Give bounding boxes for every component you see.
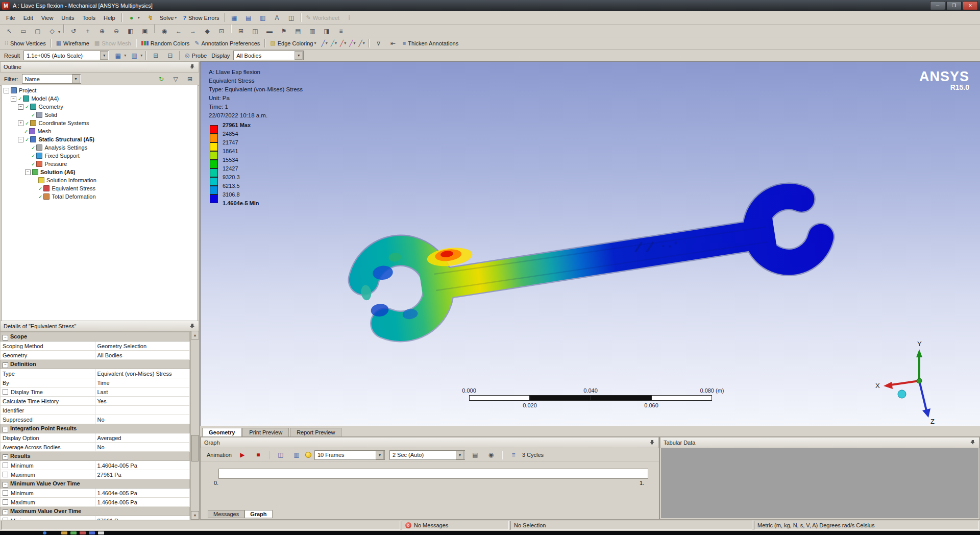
chevron-down-icon[interactable]: ▾ (72, 75, 80, 83)
checkbox[interactable] (3, 472, 8, 477)
pan-view-icon[interactable]: + (81, 26, 94, 37)
viewport[interactable]: Y X Z A: Llave Esp flexionEquivalent Str… (200, 61, 980, 427)
checkbox[interactable] (3, 490, 8, 496)
bottom-tab-messages[interactable]: Messages (208, 510, 244, 518)
details-value-cell[interactable]: Time (95, 378, 190, 387)
close-button[interactable]: ✕ (963, 1, 978, 10)
triad-origin[interactable] (917, 378, 922, 383)
scroll-down-icon[interactable]: ▼ (191, 511, 199, 520)
status-messages-cell[interactable]: 0 No Messages (402, 521, 509, 530)
tree-item-geometry[interactable]: −✓Geometry (2, 103, 198, 111)
expand-toggle-icon[interactable]: − (25, 169, 31, 175)
collapse-icon[interactable]: − (3, 362, 8, 368)
maximize-button[interactable]: ❐ (946, 1, 962, 10)
display-dropdown[interactable]: All Bodies▾ (233, 51, 304, 60)
details-value-cell[interactable]: 1.4604e-005 Pa (95, 489, 190, 498)
wireframe-button[interactable]: ▦Wireframe (54, 39, 92, 47)
tree-item-mesh[interactable]: ✓Mesh (2, 127, 198, 135)
chevron-down-icon[interactable]: ▾ (100, 51, 108, 60)
status-units-cell[interactable]: Metric (m, kg, N, s, V, A) Degrees rad/s… (754, 521, 979, 530)
y-axis-arrow[interactable] (916, 349, 922, 357)
rotate-view-icon[interactable]: ↺ (67, 26, 80, 37)
zoom-to-fit-icon[interactable]: ▣ (138, 26, 152, 37)
contour-display-icon[interactable]: ▦ (111, 50, 125, 61)
show-errors-button[interactable]: ?Show Errors (180, 14, 222, 22)
chevron-down-icon[interactable]: ▾ (175, 15, 177, 20)
expand-toggle-icon[interactable]: + (18, 120, 23, 126)
x-axis-arrow[interactable] (884, 382, 893, 389)
export-video-icon[interactable]: ▤ (469, 450, 482, 460)
chart-icon[interactable]: ▥ (306, 26, 319, 37)
show-mesh-button[interactable]: ▩Show Mesh (92, 39, 134, 47)
tabular-data-body[interactable] (661, 448, 978, 518)
reset-annotations-icon[interactable]: ⇤ (386, 38, 400, 48)
collapse-icon[interactable]: − (3, 335, 8, 341)
scroll-up-icon[interactable]: ▲ (191, 331, 199, 339)
select-mode-icon[interactable]: ↖ (3, 26, 16, 37)
chevron-down-icon[interactable]: ▾ (295, 51, 303, 60)
viewports-icon[interactable]: ◫ (249, 26, 262, 37)
tree-item-pressure[interactable]: ✓Pressure (2, 160, 198, 168)
tab-report-preview[interactable]: Report Preview (290, 428, 341, 436)
collapse-icon[interactable]: − (3, 427, 8, 432)
comment-icon[interactable]: ▤ (291, 26, 305, 37)
expand-toggle-icon[interactable]: − (18, 137, 23, 142)
bulb-icon[interactable] (305, 452, 311, 458)
random-colors-button[interactable]: Random Colors (139, 39, 192, 47)
menu-help[interactable]: Help (100, 13, 119, 22)
taskbar-app-icon[interactable] (61, 531, 67, 534)
annotation-preferences-button[interactable]: ✎Annotation Preferences (192, 39, 262, 47)
probe-button[interactable]: ◎Probe (182, 51, 209, 60)
expand-toggle-icon[interactable]: − (4, 88, 9, 93)
tree-item-solution-information[interactable]: Solution Information (2, 176, 198, 184)
edge-style-3-button[interactable]: ╱▾ (339, 39, 347, 47)
details-value-cell[interactable]: Yes (95, 397, 190, 406)
collapse-icon[interactable]: − (3, 454, 8, 460)
tree-item-model-a4[interactable]: −✓Model (A4) (2, 94, 198, 103)
triad[interactable]: Y X Z (875, 340, 935, 425)
menu-view[interactable]: View (37, 13, 58, 22)
bottom-tab-graph[interactable]: Graph (244, 510, 272, 518)
taskbar-app-icon[interactable] (70, 531, 77, 534)
tab-geometry[interactable]: Geometry (202, 428, 241, 436)
menu-units[interactable]: Units (57, 13, 78, 22)
taskbar-app-icon[interactable] (89, 531, 95, 534)
pin-icon[interactable] (970, 440, 976, 446)
details-value-cell[interactable] (95, 406, 190, 415)
worksheet-button[interactable]: ✎Worksheet (304, 13, 342, 22)
details-value-cell[interactable]: 1.4604e-005 Pa (95, 498, 190, 507)
tab-print-preview[interactable]: Print Preview (242, 428, 289, 436)
chevron-down-icon[interactable]: ▾ (140, 53, 142, 58)
details-value-cell[interactable]: Averaged (95, 433, 190, 443)
edge-style-1-button[interactable]: ╱▾ (320, 39, 328, 47)
details-value-cell[interactable]: 1.4604e-005 Pa (95, 461, 190, 470)
magnifier-icon[interactable]: ◉ (158, 26, 171, 37)
chevron-down-icon[interactable]: ▾ (456, 451, 464, 459)
tree-item-static-structural-a5[interactable]: −✓Static Structural (A5) (2, 135, 198, 143)
pin-icon[interactable] (649, 440, 655, 446)
previous-view-icon[interactable]: ← (172, 26, 185, 37)
scrollbar-thumb[interactable] (191, 435, 199, 461)
edge-style-5-button[interactable]: ╱▾ (357, 39, 365, 47)
details-value-cell[interactable]: Last (95, 387, 190, 397)
duration-dropdown[interactable]: 2 Sec (Auto)▾ (389, 450, 465, 460)
isometric-ball-icon[interactable] (898, 390, 906, 398)
pin-icon[interactable] (189, 323, 195, 329)
section-plane-icon[interactable]: ▬ (263, 26, 276, 37)
menu-tools[interactable]: Tools (78, 13, 100, 22)
checkbox[interactable] (3, 463, 8, 468)
edge-style-4-button[interactable]: ╱▾ (348, 39, 356, 47)
play-icon[interactable]: ▶ (236, 450, 249, 460)
solve-button[interactable]: ↯Solve▾ (141, 11, 181, 24)
chevron-down-icon[interactable]: ▾ (314, 41, 316, 45)
checkbox[interactable] (3, 389, 8, 395)
start-orb-icon[interactable] (43, 531, 46, 534)
box-select-icon[interactable]: ▭ (17, 26, 30, 37)
taskbar-app-icon[interactable] (98, 531, 104, 534)
selection-filter-icon[interactable]: ◇ (45, 26, 59, 37)
thicken-annotations-button[interactable]: ≡Thicken Annotations (400, 39, 461, 47)
solve-status-icon[interactable]: ● (125, 12, 138, 23)
selection-information-icon[interactable]: i (342, 12, 356, 23)
tree-item-solution-a6[interactable]: −Solution (A6) (2, 168, 198, 176)
result-sets-icon[interactable]: ◫ (274, 450, 287, 460)
